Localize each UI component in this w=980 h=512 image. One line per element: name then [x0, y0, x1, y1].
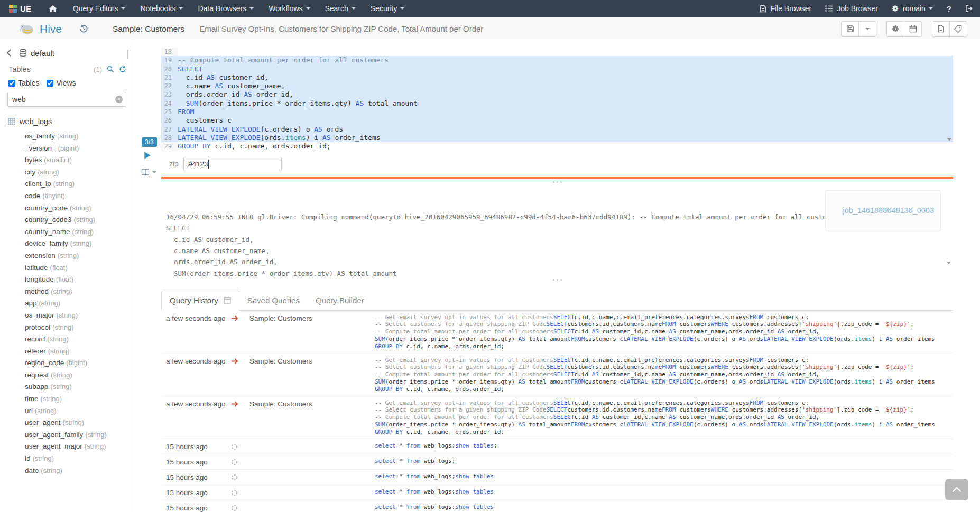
editor-scroll-down-button[interactable]	[947, 141, 951, 150]
save-options-button[interactable]	[858, 21, 876, 37]
views-checkbox-input[interactable]	[47, 80, 53, 87]
column-item[interactable]: city(string)	[0, 166, 134, 179]
clear-search-icon[interactable]	[115, 96, 123, 103]
column-item[interactable]: os_major(string)	[0, 310, 134, 322]
history-row[interactable]: 15 hours agoselect * from web_logs;show …	[161, 485, 953, 500]
history-row[interactable]: a few seconds agoSample: Customers-- Get…	[161, 353, 953, 396]
menu-data-browsers[interactable]: Data Browsers	[190, 0, 261, 17]
hue-logo[interactable]: UE	[0, 0, 40, 17]
column-item[interactable]: os_family(string)	[0, 131, 134, 143]
column-item[interactable]: referer(string)	[0, 346, 134, 358]
column-item[interactable]: code(tinyint)	[0, 190, 134, 202]
editor-line[interactable]: 23 ords.order_id AS order_id,	[161, 90, 953, 99]
column-item[interactable]: bytes(smallint)	[0, 154, 134, 166]
column-item[interactable]: extension(string)	[0, 250, 134, 262]
column-item[interactable]: app(string)	[0, 297, 134, 310]
column-item[interactable]: time(string)	[0, 393, 134, 405]
collapse-assist-button[interactable]	[127, 50, 128, 58]
chevron-left-icon	[6, 49, 12, 57]
editor-line[interactable]: 24 SUM(order_items.price * order_items.q…	[161, 99, 953, 108]
scroll-to-top-button[interactable]	[945, 479, 968, 500]
column-item[interactable]: user_agent_family(string)	[0, 429, 134, 441]
column-item[interactable]: latitude(float)	[0, 262, 134, 274]
column-item[interactable]: region_code(bigint)	[0, 357, 134, 369]
home-button[interactable]	[40, 0, 66, 17]
column-item[interactable]: id(string)	[0, 453, 134, 465]
search-tables-button[interactable]	[107, 66, 114, 73]
job-browser-link[interactable]: Job Browser	[818, 0, 885, 17]
resize-handle[interactable]	[134, 179, 980, 185]
history-row[interactable]: a few seconds agoSample: Customers-- Get…	[161, 311, 953, 353]
editor-line[interactable]: 22 c.name AS customer_name,	[161, 82, 953, 90]
user-menu[interactable]: romain	[885, 0, 940, 17]
code-editor[interactable]: 1819-- Compute total amount per order fo…	[161, 48, 953, 151]
editor-line[interactable]: 20SELECT	[161, 65, 953, 73]
clear-history-icon[interactable]	[224, 296, 231, 304]
query-history-button[interactable]	[79, 24, 88, 33]
filter-tables-checkbox[interactable]: Tables	[8, 79, 39, 87]
assist-docs-button[interactable]	[141, 169, 156, 176]
editor-line[interactable]: 21 c.id AS customer_id,	[161, 73, 953, 82]
menu-query-editors[interactable]: Query Editors	[66, 0, 133, 17]
column-item[interactable]: client_ip(string)	[0, 178, 134, 190]
menu-security[interactable]: Security	[363, 0, 412, 17]
history-row[interactable]: 15 hours agoselect * from web_logs;show …	[161, 470, 953, 485]
column-item[interactable]: subapp(string)	[0, 381, 134, 393]
history-row[interactable]: 15 hours agoselect * from web_logs;show …	[161, 439, 953, 454]
resize-handle[interactable]	[134, 276, 980, 283]
sql-token: (order_items.price * order_items.qty)	[385, 421, 519, 428]
column-item[interactable]: device_family(string)	[0, 238, 134, 250]
menu-notebooks[interactable]: Notebooks	[133, 0, 190, 17]
help-button[interactable]: ?	[940, 0, 958, 17]
menu-workflows[interactable]: Workflows	[261, 0, 317, 17]
execute-button[interactable]	[144, 151, 151, 160]
editor-line[interactable]: 19-- Compute total amount per order for …	[161, 56, 953, 64]
sql-token: SUM	[186, 99, 198, 107]
tab-query-history[interactable]: Query History	[161, 291, 239, 311]
new-document-button[interactable]	[932, 21, 950, 37]
column-item[interactable]: request(string)	[0, 369, 134, 381]
column-item[interactable]: protocol(string)	[0, 322, 134, 334]
history-row[interactable]: a few seconds agoSample: Customers-- Get…	[161, 396, 953, 439]
column-item[interactable]: method(string)	[0, 286, 134, 298]
schedule-button[interactable]	[904, 21, 922, 37]
column-item[interactable]: country_code3(string)	[0, 214, 134, 226]
database-name[interactable]: default	[31, 49, 54, 58]
column-item[interactable]: date(string)	[0, 465, 134, 477]
editor-line[interactable]: 26 customers c	[161, 116, 953, 125]
settings-button[interactable]	[886, 21, 904, 37]
column-item[interactable]: user_agent_major(string)	[0, 441, 134, 453]
tables-checkbox-input[interactable]	[8, 80, 15, 87]
back-button[interactable]	[6, 46, 15, 59]
variable-value-input[interactable]	[183, 157, 282, 171]
column-item[interactable]: url(string)	[0, 405, 134, 417]
history-row[interactable]: 15 hours agoselect * from web_logs;	[161, 454, 953, 470]
save-button[interactable]	[841, 21, 859, 37]
editor-toolbar	[841, 21, 980, 37]
menu-search[interactable]: Search	[318, 0, 363, 17]
column-item[interactable]: _version_(bigint)	[0, 143, 134, 155]
tab-saved-queries[interactable]: Saved Queries	[239, 291, 308, 310]
filter-views-checkbox[interactable]: Views	[47, 79, 76, 87]
column-item[interactable]: longitude(float)	[0, 274, 134, 286]
file-browser-link[interactable]: File Browser	[753, 0, 818, 17]
history-row[interactable]: 15 hours agoselect * from web_logs;show …	[161, 500, 953, 512]
column-item[interactable]: record(string)	[0, 333, 134, 346]
log-scroll-down-button[interactable]	[947, 263, 951, 274]
column-item[interactable]: country_name(string)	[0, 226, 134, 238]
job-link[interactable]: job_1461888648136_0003	[843, 206, 934, 215]
table-search-input[interactable]	[7, 92, 126, 107]
table-item[interactable]: web_logs	[0, 115, 134, 128]
logout-button[interactable]	[958, 0, 980, 17]
editor-line[interactable]: 27LATERAL VIEW EXPLODE(c.orders) o AS or…	[161, 125, 953, 134]
tab-query-builder[interactable]: Query Builder	[308, 291, 372, 310]
refresh-tables-button[interactable]	[119, 66, 126, 73]
editor-line[interactable]: 29GROUP BY c.id, c.name, ords.order_id;	[161, 142, 953, 151]
column-item[interactable]: country_code(string)	[0, 202, 134, 215]
app-name[interactable]: Hive	[40, 23, 62, 35]
column-item[interactable]: user_agent(string)	[0, 417, 134, 429]
editor-line[interactable]: 25FROM	[161, 108, 953, 116]
editor-line[interactable]: 28LATERAL VIEW EXPLODE(ords.items) i AS …	[161, 134, 953, 142]
tags-button[interactable]	[949, 21, 967, 37]
editor-line[interactable]: 18	[161, 48, 953, 56]
